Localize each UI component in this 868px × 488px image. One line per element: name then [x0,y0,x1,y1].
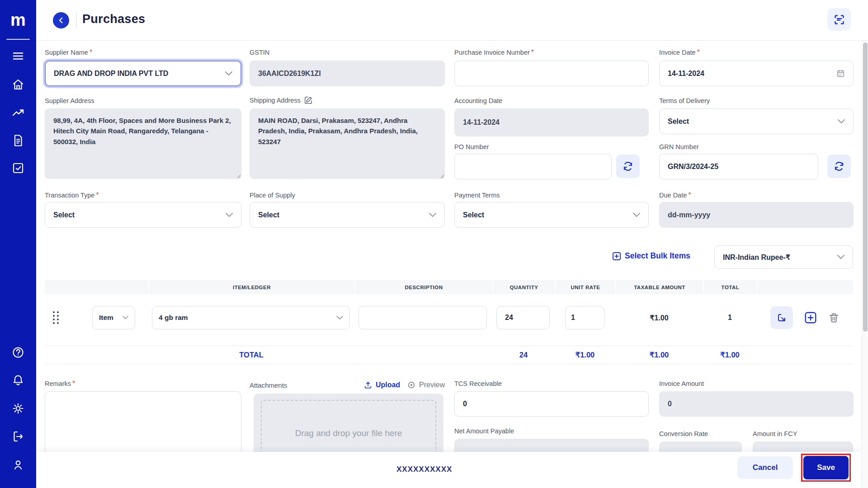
expand-row-button[interactable] [770,306,793,329]
invoice-amount-field: 0 [659,391,854,417]
supplier-name-select[interactable]: DRAG AND DROP INDIA PVT LTD [45,61,241,86]
transaction-type-select[interactable]: Select [45,202,241,228]
trending-up-icon [11,106,25,119]
scan-invoice-button[interactable] [827,8,851,31]
purchase-invoice-number-input[interactable] [454,61,649,86]
total-label: TOTAL [148,351,354,359]
col-taxable-amount: TAXABLE AMOUNT [615,280,703,294]
save-button[interactable]: Save [803,456,849,479]
invoice-date-label: Invoice Date* [659,48,700,56]
col-blank [45,280,148,294]
select-bulk-items-button[interactable]: Select Bulk Items [612,251,690,261]
title-separator [76,13,77,28]
accounting-date-field: 14-11-2024 [454,108,649,136]
sidebar-item-profile[interactable] [0,456,36,474]
watermark-text: XXXXXXXXXX [396,465,452,474]
supplier-address-textarea[interactable]: 98,99, 4A, 4th Floor, Spaces and More Bu… [45,108,241,179]
scan-icon [833,14,845,26]
attachments-label: Attachments [250,381,287,389]
back-button[interactable] [53,12,69,28]
transaction-type-label: Transaction Type* [45,191,99,199]
col-total: TOTAL [703,280,757,294]
po-number-refresh-button[interactable] [616,155,640,178]
sidebar-item-settings[interactable] [0,399,36,418]
scrollbar-thumb[interactable] [863,42,868,332]
tcs-receivable-label: TCS Receivable [454,380,502,388]
sidebar-item-documents[interactable] [0,131,36,150]
calendar-icon[interactable] [836,69,845,78]
preview-button[interactable]: Preview [407,381,445,389]
document-icon [11,134,25,147]
chevron-down-icon [336,316,343,320]
po-number-input[interactable] [454,154,612,179]
col-unit-rate: UNIT RATE [555,280,615,294]
add-row-icon[interactable] [804,311,817,324]
grn-number-refresh-button[interactable] [827,155,851,178]
arrow-left-icon [57,16,65,24]
purchases-page: m [0,0,868,488]
check-square-icon [11,161,25,175]
item-row: Item 4 gb ram ₹1.00 1 [45,294,853,341]
place-of-supply-select[interactable]: Select [250,202,445,228]
chevron-down-icon [226,213,233,217]
row-quantity-input[interactable] [496,306,550,329]
row-total: 1 [703,314,757,322]
sidebar: m [0,0,36,488]
shipping-address-textarea[interactable]: MAIN ROAD, Darsi, Prakasam, 523247, Andh… [250,108,445,179]
upload-button[interactable]: Upload [364,381,400,389]
row-type-select[interactable]: Item [92,306,135,329]
payment-terms-label: Payment Terms [454,191,500,199]
gstin-label: GSTIN [250,48,269,56]
delete-row-icon[interactable] [828,312,840,324]
sidebar-item-home[interactable] [0,75,36,94]
app-logo[interactable]: m [0,10,36,30]
terms-of-delivery-select[interactable]: Select [659,108,854,134]
chevron-down-icon [633,213,640,217]
grn-number-field[interactable]: GRN/3/2024-25 [659,154,818,179]
page-header: Purchases [36,0,868,41]
total-amount: ₹1.00 [703,351,757,359]
items-total-row: TOTAL 24 ₹1.00 ₹1.00 ₹1.00 [45,346,853,364]
accounting-date-label: Accounting Date [454,97,502,105]
supplier-address-label: Supplier Address [45,97,94,105]
col-item-ledger: ITEM/LEDGER [148,280,354,294]
total-taxable-amount: ₹1.00 [615,351,703,359]
invoice-date-field[interactable]: 14-11-2024 [659,61,854,86]
remarks-label: Remarks* [45,380,75,388]
logout-icon [11,430,25,443]
row-item-select[interactable]: 4 gb ram [152,306,350,329]
total-quantity: 24 [492,351,555,359]
cancel-button[interactable]: Cancel [737,456,793,479]
sidebar-item-help[interactable] [0,343,36,361]
purchase-invoice-number-label: Purchase Invoice Number* [454,48,534,56]
user-icon [11,458,25,472]
chevron-down-icon [123,316,128,319]
place-of-supply-label: Place of Supply [250,191,295,199]
gstin-field: 36AAICD2619K1ZI [250,61,445,86]
scrollbar-track[interactable] [862,41,868,488]
sidebar-item-reports[interactable] [0,103,36,122]
sidebar-item-logout[interactable] [0,427,36,446]
chevron-down-icon [838,119,845,124]
tcs-receivable-input[interactable] [454,391,649,417]
gear-icon [11,402,25,415]
conversion-rate-label: Conversion Rate [659,430,708,438]
menu-toggle-button[interactable] [0,47,36,65]
grn-number-label: GRN Number [659,143,699,151]
row-drag-handle[interactable] [53,311,59,324]
bell-icon [11,374,25,387]
edit-shipping-address-icon[interactable] [304,96,313,104]
sidebar-item-notifications[interactable] [0,371,36,389]
net-amount-payable-label: Net Amount Payable [454,427,514,435]
total-unit-rate: ₹1.00 [555,351,615,359]
currency-select[interactable]: INR-Indian Rupee-₹ [714,245,853,269]
hamburger-icon [11,49,25,63]
home-icon [11,78,25,91]
row-description-input[interactable] [359,306,487,329]
payment-terms-select[interactable]: Select [454,202,649,228]
help-icon [11,346,25,359]
terms-of-delivery-label: Terms of Delivery [659,97,710,105]
row-unit-rate-input[interactable] [565,306,604,329]
sidebar-item-approvals[interactable] [0,159,36,177]
due-date-label: Due Date* [659,191,691,199]
